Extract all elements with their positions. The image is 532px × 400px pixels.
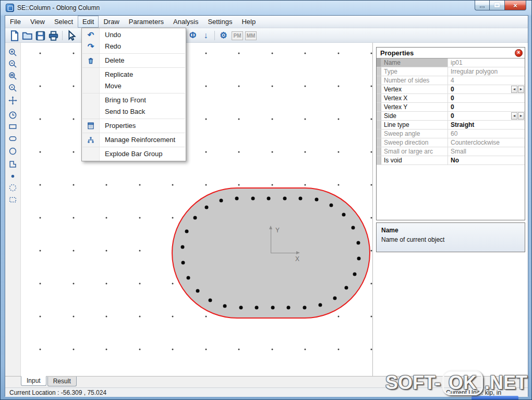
new-file-button[interactable] <box>8 30 20 42</box>
property-row[interactable]: Side0◄► <box>377 112 525 121</box>
tab-input[interactable]: Input <box>21 376 46 386</box>
spinner-right-arrow[interactable]: ► <box>518 112 524 120</box>
grid-dot <box>305 86 306 87</box>
properties-close-button[interactable]: × <box>515 49 523 57</box>
rebar-dot <box>345 286 348 289</box>
spinner-right-arrow[interactable]: ► <box>518 86 524 93</box>
save-button[interactable] <box>34 30 46 42</box>
menu-item-undo[interactable]: ↶Undo <box>82 29 186 41</box>
bar-grid-tool-button[interactable] <box>8 195 18 205</box>
zoom-extent-button[interactable] <box>8 84 18 93</box>
grid-dot <box>40 184 41 186</box>
polygon-tool-button[interactable] <box>8 160 18 169</box>
grid-dot <box>371 217 372 219</box>
menu-item-replicate[interactable]: Replicate <box>82 69 186 80</box>
zoom-window-button[interactable] <box>8 72 18 81</box>
property-row[interactable]: TypeIrregular polygon <box>377 67 525 76</box>
oblong-tool-button[interactable] <box>8 134 18 144</box>
rebar-dot <box>299 196 303 200</box>
undo-icon: ↶ <box>86 29 96 41</box>
property-row[interactable]: Small or large arcSmall <box>377 147 525 156</box>
bar-circle-tool-button[interactable] <box>8 183 18 193</box>
property-value[interactable]: Straight <box>448 121 525 129</box>
app-icon <box>6 4 14 12</box>
menu-parameters[interactable]: Parameters <box>124 16 168 28</box>
rectangle-tool-button[interactable] <box>8 122 18 132</box>
single-bar-tool-button[interactable] <box>8 172 18 181</box>
zoom-out-button[interactable] <box>8 60 18 69</box>
current-location-label: Current Location : <box>9 389 59 396</box>
rebar-size-button[interactable]: Φ <box>187 30 199 42</box>
print-button[interactable] <box>47 30 59 42</box>
property-value: Irregular polygon <box>448 67 525 76</box>
grid-dot <box>238 86 240 87</box>
spinner-left-arrow[interactable]: ◄ <box>511 86 517 93</box>
menu-item-bring-to-front[interactable]: Bring to Front <box>82 95 186 106</box>
menu-analysis[interactable]: Analysis <box>168 16 203 28</box>
grid-dot <box>139 184 140 186</box>
open-file-button[interactable] <box>21 30 33 42</box>
circle-tool-button[interactable] <box>8 147 18 156</box>
menu-draw[interactable]: Draw <box>99 16 124 28</box>
menu-help[interactable]: Help <box>237 16 260 28</box>
property-row[interactable]: Sweep angle60 <box>377 130 525 138</box>
select-button[interactable] <box>65 30 77 42</box>
property-row[interactable]: Number of sides4 <box>377 76 525 85</box>
property-row[interactable]: Sweep directionCounterclockwise <box>377 138 525 147</box>
grid-dot <box>106 250 107 252</box>
menu-select[interactable]: Select <box>50 16 78 28</box>
property-row[interactable]: Line typeStraight <box>377 121 525 130</box>
tab-result[interactable]: Result <box>47 377 77 386</box>
menu-view[interactable]: View <box>26 16 50 28</box>
grid-dot <box>337 119 339 120</box>
menu-item-delete[interactable]: Delete <box>82 55 186 66</box>
redraw-button[interactable] <box>8 111 18 120</box>
zoom-in-button[interactable] <box>8 48 18 57</box>
grid-dot <box>337 86 339 87</box>
drawing-canvas[interactable]: Y X <box>21 43 373 376</box>
grid-dot <box>205 184 207 186</box>
property-row[interactable]: Is voidNo <box>377 156 525 165</box>
cursor-icon <box>65 30 77 42</box>
bar-direction-button[interactable]: ↓ <box>200 30 212 42</box>
maximize-button[interactable] <box>490 1 504 10</box>
rebar-dot <box>351 226 355 230</box>
close-button[interactable]: × <box>504 1 526 10</box>
watermark-ok-badge: OK <box>442 370 483 395</box>
gear-icon: ⚙ <box>220 31 227 40</box>
grid-dot <box>139 217 140 219</box>
property-value[interactable]: 0 <box>448 103 525 111</box>
menu-item-move[interactable]: Move <box>82 80 186 92</box>
close-icon: × <box>513 1 517 10</box>
grid-dot <box>139 283 140 285</box>
y-axis-label: Y <box>275 227 280 234</box>
mm-diagram-button[interactable]: MM <box>245 31 257 40</box>
grid-dot <box>172 184 174 186</box>
menu-item-properties[interactable]: Properties <box>82 120 186 132</box>
grid-dot <box>205 316 207 317</box>
property-label: Name <box>381 58 448 67</box>
minimize-button[interactable] <box>475 1 490 10</box>
grid-dot <box>238 119 240 120</box>
menu-item-explode-bar-group[interactable]: Explode Bar Group <box>82 148 186 160</box>
watermark-blue-bar <box>471 396 518 400</box>
menu-item-manage-reinforcement[interactable]: Manage Reinforcement <box>82 134 186 146</box>
grid-dot <box>106 184 107 186</box>
menu-item-send-to-back[interactable]: Send to Back <box>82 106 186 117</box>
property-value[interactable]: No <box>448 156 525 164</box>
property-row[interactable]: Nameip01 <box>377 58 525 67</box>
property-row[interactable]: Vertex Y0 <box>377 103 525 112</box>
property-row[interactable]: Vertex X0 <box>377 94 525 103</box>
spinner-left-arrow[interactable]: ◄ <box>511 112 517 120</box>
property-value[interactable]: 0 <box>448 94 525 102</box>
properties-form-icon <box>86 120 96 132</box>
pm-diagram-button[interactable]: PM <box>232 31 243 40</box>
menu-settings[interactable]: Settings <box>203 16 237 28</box>
pan-button[interactable] <box>8 96 18 105</box>
menu-item-redo[interactable]: ↷Redo <box>82 41 186 52</box>
menu-edit[interactable]: Edit <box>78 16 99 28</box>
menu-file[interactable]: File <box>5 16 26 28</box>
property-row[interactable]: Vertex0◄► <box>377 85 525 94</box>
title-bar[interactable]: SE::Column - Oblong Column × <box>1 1 531 15</box>
settings-button[interactable]: ⚙ <box>217 30 229 42</box>
